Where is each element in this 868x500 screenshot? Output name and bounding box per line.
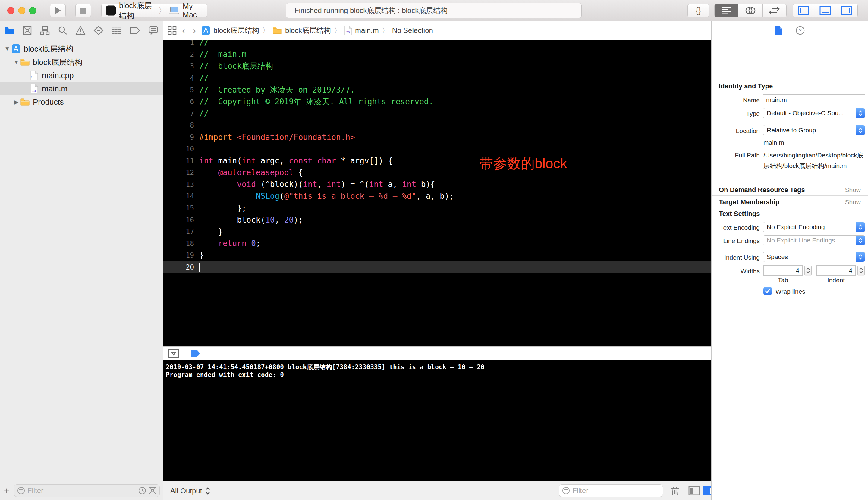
clear-console-trash-icon[interactable] — [671, 486, 680, 496]
code-line-3[interactable]: 3// block底层结构 — [163, 60, 711, 72]
find-navigator-icon[interactable] — [58, 26, 68, 35]
toggle-inspector-button[interactable] — [836, 4, 857, 17]
minimize-window-button[interactable] — [18, 7, 25, 14]
location-dropdown[interactable]: Relative to Group — [763, 125, 865, 135]
sidebar-item-main-m[interactable]: mmain.m — [0, 82, 163, 95]
source-editor[interactable]: 1//2// main.m3// block底层结构4//5// Created… — [163, 40, 711, 346]
file-inspector-icon[interactable] — [775, 26, 783, 35]
project-navigator-icon[interactable] — [4, 26, 14, 35]
scheme-destination-label: My Mac — [183, 2, 203, 19]
code-line-20[interactable]: 20 — [163, 261, 711, 273]
forward-button[interactable]: › — [190, 25, 198, 36]
code-line-8[interactable]: 8 — [163, 120, 711, 131]
zoom-window-button[interactable] — [29, 7, 36, 14]
code-line-18[interactable]: 18 return 0; — [163, 238, 711, 249]
toggle-variables-view-icon[interactable] — [688, 486, 700, 496]
standard-editor-button[interactable] — [715, 4, 738, 17]
code-text: } — [194, 226, 223, 238]
console-filter-field[interactable] — [559, 484, 663, 497]
name-field[interactable]: main.m — [763, 94, 865, 105]
close-window-button[interactable] — [7, 7, 14, 14]
sidebar-item-Products[interactable]: ▶Products — [0, 95, 163, 109]
code-line-16[interactable]: 16 block(10, 20); — [163, 214, 711, 226]
sidebar-item-block-[interactable]: ▼block底层结构 — [0, 56, 163, 69]
sidebar-item-main-cpp[interactable]: C++main.cpp — [0, 69, 163, 82]
toggle-navigator-button[interactable] — [793, 4, 814, 17]
breadcrumb-item[interactable]: block底层结构 — [285, 26, 331, 35]
back-button[interactable]: ‹ — [180, 25, 187, 36]
code-text: #import <Foundation/Foundation.h> — [194, 132, 355, 143]
code-line-4[interactable]: 4// — [163, 72, 711, 84]
code-text: int main(int argc, const char * argv[]) … — [194, 155, 393, 167]
on-demand-show-button[interactable]: Show — [845, 186, 861, 194]
code-line-2[interactable]: 2// main.m — [163, 48, 711, 60]
code-line-7[interactable]: 7// — [163, 108, 711, 120]
console-scope-dropdown[interactable]: All Output — [170, 481, 210, 500]
tab-width-field[interactable]: 4 — [763, 265, 802, 276]
toggle-debug-area-button[interactable] — [814, 4, 836, 17]
version-editor-icon — [768, 6, 780, 15]
line-number: 2 — [163, 48, 194, 60]
folder-icon — [20, 97, 30, 107]
source-control-icon[interactable] — [22, 26, 32, 35]
indent-width-stepper[interactable] — [857, 265, 865, 276]
code-line-6[interactable]: 6// Copyright © 2019年 冰凌天. All rights re… — [163, 96, 711, 108]
text-encoding-dropdown[interactable]: No Explicit Encoding — [763, 222, 865, 232]
target-membership-show-button[interactable]: Show — [845, 198, 861, 206]
indent-width-field[interactable]: 4 — [817, 265, 856, 276]
test-navigator-icon[interactable] — [93, 26, 104, 35]
code-line-11[interactable]: 11int main(int argc, const char * argv[]… — [163, 155, 711, 167]
line-endings-dropdown[interactable]: No Explicit Line Endings — [763, 235, 865, 246]
library-button[interactable]: {} — [687, 4, 709, 18]
line-number: 20 — [163, 261, 194, 273]
navigator-filter-field[interactable] — [14, 484, 160, 497]
disclosure-triangle-icon[interactable]: ▼ — [13, 59, 20, 66]
code-line-9[interactable]: 9#import <Foundation/Foundation.h> — [163, 132, 711, 143]
code-line-10[interactable]: 10 — [163, 143, 711, 155]
divider — [719, 122, 861, 122]
tab-width-stepper[interactable] — [805, 265, 812, 276]
run-button[interactable] — [50, 4, 66, 18]
code-line-5[interactable]: 5// Created by 冰凌天 on 2019/3/7. — [163, 84, 711, 96]
version-editor-button[interactable] — [763, 4, 786, 17]
disclosure-triangle-icon[interactable]: ▶ — [13, 99, 20, 105]
code-line-14[interactable]: 14 NSLog(@"this is a block – %d – %d", a… — [163, 190, 711, 202]
assistant-editor-button[interactable] — [738, 4, 762, 17]
debug-navigator-icon[interactable] — [112, 26, 122, 35]
hide-debug-area-icon[interactable] — [168, 349, 179, 358]
sidebar-item-block-[interactable]: ▼block底层结构 — [0, 42, 163, 56]
breadcrumb-item[interactable]: main.m — [355, 26, 379, 35]
navigator-filter-input[interactable] — [27, 486, 136, 495]
debug-panel-icon — [820, 6, 831, 15]
scheme-selector[interactable]: block底层结构 〉 My Mac — [101, 4, 207, 18]
disclosure-triangle-icon[interactable]: ▼ — [4, 46, 11, 52]
quick-help-icon[interactable]: ? — [795, 26, 805, 35]
console-filter-input[interactable] — [572, 486, 660, 495]
stop-button[interactable] — [76, 4, 91, 18]
code-line-1[interactable]: 1// — [163, 40, 711, 48]
breakpoints-toggle-icon[interactable] — [190, 350, 201, 357]
recent-files-clock-icon[interactable] — [138, 487, 146, 495]
type-label: Type — [719, 110, 760, 117]
related-items-icon[interactable] — [167, 26, 177, 35]
breakpoint-navigator-icon[interactable] — [130, 26, 140, 34]
code-line-15[interactable]: 15 }; — [163, 202, 711, 214]
source-control-status-icon[interactable] — [149, 487, 157, 495]
symbol-navigator-icon[interactable] — [40, 26, 50, 35]
braces-icon: {} — [696, 6, 701, 15]
indent-using-dropdown[interactable]: Spaces — [763, 252, 865, 262]
add-item-button[interactable]: + — [4, 485, 10, 497]
report-navigator-icon[interactable] — [148, 26, 159, 35]
navigator-and-jump-bar: ‹ › block底层结构〉block底层结构〉mmain.m〉No Selec… — [0, 21, 868, 40]
code-text: // Created by 冰凌天 on 2019/3/7. — [194, 84, 355, 96]
issue-navigator-icon[interactable] — [76, 26, 85, 35]
breadcrumb-item[interactable]: No Selection — [392, 26, 433, 35]
code-line-19[interactable]: 19} — [163, 249, 711, 261]
debug-console-output[interactable]: 2019-03-07 14:41:54.450187+0800 block底层结… — [163, 360, 711, 481]
code-line-12[interactable]: 12 @autoreleasepool { — [163, 167, 711, 179]
breadcrumb-item[interactable]: block底层结构 — [213, 26, 259, 35]
type-dropdown[interactable]: Default - Objective-C Sou... — [763, 108, 865, 118]
wrap-lines-checkbox[interactable] — [763, 287, 772, 295]
code-line-17[interactable]: 17 } — [163, 226, 711, 238]
code-line-13[interactable]: 13 void (^block)(int, int) = ^(int a, in… — [163, 179, 711, 190]
